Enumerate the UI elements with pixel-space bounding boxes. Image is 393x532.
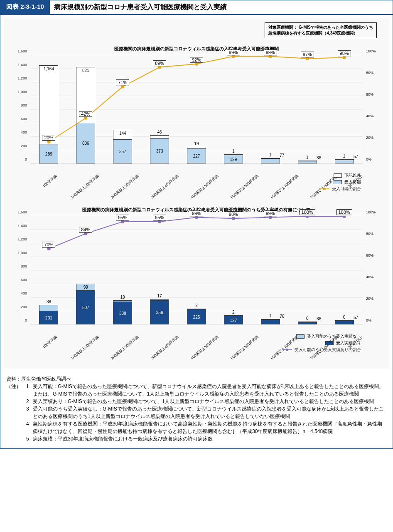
chart2-y-left: 02004006008001,0001,2001,4001,600 [14,216,29,324]
bar-value: 227 [187,154,206,158]
y-tick: 0% [366,157,379,161]
bar-value: 2 [187,303,206,308]
note-number: （注） 1 [6,383,33,398]
pct-label: 98% [338,50,351,56]
figure-title: 病床規模別の新型コロナ患者受入可能医療機関と受入実績 [50,0,393,14]
pct-label: 97% [301,52,314,57]
footer-notes: 資料：厚生労働省医政局調べ （注） 1受入可能：G-MISで報告のあった医療機関… [0,372,393,448]
pct-label: 95% [116,215,129,220]
y-tick: 0 [14,318,27,322]
y-tick: 100% [366,210,379,214]
y-tick: 400 [14,130,27,134]
y-tick: 40% [366,114,379,118]
note-number: 3 [6,405,33,420]
note-row: （注） 1受入可能：G-MISで報告のあった医療機関について、新型コロナウイルス… [6,383,387,398]
bar: 136 [298,161,317,163]
legend-label: 受入可能のうち受入実績なし [307,334,361,339]
bar-value: 357 [113,149,132,154]
pct-label: 99% [264,210,277,216]
bar: 17356 [150,299,169,324]
scope-note-line: 急性期病棟を有する医療機関（4,349医療機関） [268,30,373,36]
pct-label: 100% [300,209,315,215]
bar-slot: 46373 [141,55,178,163]
note-row: 4急性期病棟を有する医療機関：平成30年度病床機能報告において高度急性期・急性期… [6,420,387,435]
pct-label: 42% [79,111,92,117]
bar-slot: 19227 [178,55,215,163]
bar-slot: 176 [252,216,289,324]
bar-value: 1,164 [39,67,58,71]
y-tick: 400 [14,291,27,295]
note-text: 受入実績あり：G-MISで報告のあった医療機関について、1人以上新型コロナウイル… [33,398,387,405]
bar: 19338 [113,300,132,324]
pct-label: 71% [116,80,129,86]
scope-note-box: 対象医療機関： G-MISで報告のあった全医療機関のうち 急性期病棟を有する医療… [265,22,377,38]
legend-label: 受入可能の割合 [332,186,361,192]
source-line: 資料：厚生労働省医政局調べ [6,375,387,383]
bar: 19227 [187,147,206,163]
pct-label: 99% [190,210,203,216]
bar: 057 [335,320,354,324]
bar-value: 99 [76,285,95,290]
figure-frame: 図表 2-3-1-10 病床規模別の新型コロナ患者受入可能医療機関と受入実績 対… [0,0,393,449]
scope-note-line: 対象医療機関： G-MISで報告のあった全医療機関のうち [268,25,373,30]
bar-value: 289 [39,152,58,156]
chart2-bars: 8820199507193381735622252127176036057 [30,216,363,324]
bar-value: 77 [273,153,291,158]
bar: 177 [261,158,280,164]
bar-value: 1 [224,149,243,153]
y-tick: 800 [14,264,27,268]
y-tick: 200 [14,144,27,148]
y-tick: 60% [366,92,379,97]
bar-slot: 1,164289 [30,55,67,163]
bar-slot: 1129 [215,55,252,163]
bar-value: 46 [150,130,169,134]
bar-value: 507 [76,305,95,310]
bar-value: 144 [113,131,132,136]
pct-label: 20% [42,135,55,141]
legend-label: 受入実績あり [336,340,361,346]
bar-slot: 144357 [104,55,141,163]
bar: 157 [335,159,354,163]
bar-value: 36 [310,156,328,160]
y-tick: 600 [14,117,27,121]
pct-label: 95% [153,215,166,220]
bar-value: 57 [347,154,365,159]
bar-value: 88 [39,299,58,304]
note-row: 2受入実績あり：G-MISで報告のあった医療機関について、1人以上新型コロナウイ… [6,398,387,405]
bar: 2127 [224,315,243,324]
pct-label: 99% [227,49,240,55]
legend-label: 受入可能 [344,179,361,185]
bar: 99507 [76,284,95,324]
bar-value: 57 [347,315,365,320]
bar-value: 36 [310,317,328,321]
y-tick: 1,000 [14,90,27,94]
pct-label: 98% [227,211,240,217]
chart1-y-left: 02004006008001,0001,2001,4001,600 [14,55,29,163]
bar-slot: 88201 [30,216,67,324]
bar-value: 821 [76,68,95,73]
chart1-bars: 1,16428982160614435746373192271129177136… [30,55,363,163]
y-tick: 800 [14,103,27,107]
y-tick: 1,200 [14,76,27,80]
note-text: 病床規模：平成30年度病床機能報告における一般病床及び療養病床の許可病床数 [33,435,387,443]
bar-slot: 2127 [215,216,252,324]
bar-slot: 036 [289,216,326,324]
y-tick: 40% [366,275,379,279]
bar-value: 19 [187,141,206,146]
pct-label: 89% [153,60,166,66]
bar-value: 201 [39,316,58,320]
bar-value: 338 [113,311,132,316]
figure-number: 図表 2-3-1-10 [0,0,50,14]
bar-slot: 157 [326,55,363,163]
bar-value: 127 [224,318,243,323]
note-text: 受入可能のうち受入実績なし：G-MISで報告のあった医療機関について、新型コロナ… [33,405,387,420]
note-text: 急性期病棟を有する医療機関：平成30年度病床機能報告において高度急性期・急性期の… [33,420,387,435]
y-tick: 200 [14,305,27,309]
y-tick: 0% [366,318,379,322]
bar-slot: 2225 [178,216,215,324]
note-number: 2 [6,398,33,405]
y-tick: 100% [366,49,379,53]
figure-header: 図表 2-3-1-10 病床規模別の新型コロナ患者受入可能医療機関と受入実績 [0,0,393,15]
chart1-y-right: 0%20%40%60%80%100% [364,55,379,163]
y-tick: 1,600 [14,210,27,214]
